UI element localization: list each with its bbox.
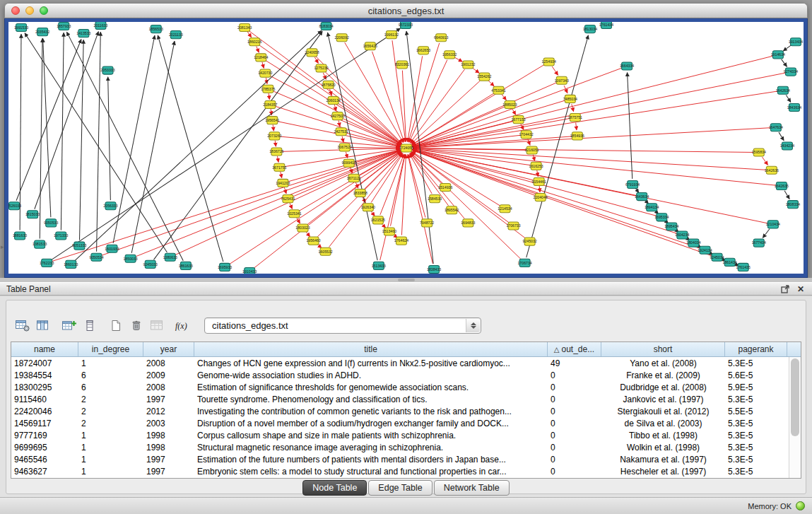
graph-node[interactable]: 2011633 — [94, 22, 108, 30]
graph-node[interactable]: 1695933 — [218, 263, 232, 271]
graph-node[interactable]: 1097343 — [555, 76, 569, 84]
graph-node[interactable]: 1860133 — [64, 260, 78, 268]
delete-table-icon[interactable] — [126, 316, 146, 335]
graph-node[interactable]: 6791934 — [625, 180, 640, 188]
tab-edge-table[interactable]: Edge Table — [368, 480, 432, 496]
table-cell[interactable]: 0 — [548, 407, 601, 416]
table-cell[interactable]: 0 — [548, 370, 601, 380]
graph-node[interactable]: 2206092 — [335, 34, 349, 42]
table-cell[interactable]: 0 — [548, 467, 601, 477]
graph-node[interactable]: 1914634 — [771, 51, 785, 59]
graph-node[interactable]: 1642634 — [776, 86, 790, 94]
graph-node[interactable]: 9050534 — [89, 253, 103, 261]
table-cell[interactable]: 5.9E-5 — [725, 382, 787, 392]
graph-node[interactable]: 2526033 — [8, 202, 21, 210]
graph-node[interactable]: 1210434 — [766, 221, 780, 228]
graph-node[interactable]: 9245033 — [143, 260, 158, 268]
new-table-icon[interactable] — [105, 316, 126, 335]
column-header-out-de-[interactable]: △out_de... — [548, 342, 601, 356]
table-cell[interactable]: 2 — [78, 407, 143, 416]
table-cell[interactable]: 2 — [78, 419, 143, 428]
graph-node[interactable]: 1857933 — [57, 23, 71, 30]
graph-node[interactable]: 6640913 — [434, 34, 448, 42]
table-row[interactable]: 2242004622012Investigating the contribut… — [11, 405, 789, 417]
graph-node[interactable]: 1836726 — [269, 148, 283, 156]
table-cell[interactable]: Embryonic stem cells: a model to study s… — [194, 467, 548, 477]
graph-node[interactable]: 2240658 — [305, 49, 319, 57]
table-cell[interactable]: 1 — [78, 431, 143, 440]
graph-node[interactable]: 9274334 — [784, 68, 798, 76]
row-options-icon[interactable] — [79, 316, 100, 335]
minimize-button[interactable] — [25, 6, 34, 15]
graph-node[interactable]: 1677153 — [511, 116, 525, 124]
table-row[interactable]: 977716911998Corpus callosum shape and si… — [11, 429, 789, 441]
table-options-icon[interactable] — [12, 316, 33, 335]
graph-node[interactable]: 9099410 — [342, 159, 356, 167]
graph-node[interactable]: 1381533 — [33, 240, 47, 248]
table-cell[interactable]: Corpus callosum shape and size in male p… — [194, 431, 548, 440]
graph-node[interactable]: 7625431 — [281, 195, 295, 203]
graph-node[interactable]: 1380633 — [163, 253, 177, 261]
graph-node[interactable]: 1025341 — [287, 210, 301, 218]
vertical-scrollbar[interactable] — [789, 357, 801, 478]
graph-node[interactable]: 1706734 — [517, 259, 531, 267]
graph-node[interactable]: 1843634 — [787, 103, 801, 111]
graph-node[interactable]: 1854936 — [570, 132, 584, 140]
table-cell[interactable]: 5.3E-5 — [725, 395, 787, 404]
table-cell[interactable]: 0 — [548, 395, 601, 404]
graph-node[interactable]: 1616253 — [529, 162, 543, 170]
table-cell[interactable]: 2008 — [143, 382, 194, 392]
graph-node[interactable]: 1642636 — [765, 166, 779, 174]
graph-node[interactable]: 1643634 — [635, 193, 649, 201]
table-cell[interactable]: Stergiakouli et al. (2012) — [601, 407, 725, 416]
graph-node[interactable]: 1724055 — [399, 144, 413, 152]
graph-node[interactable]: 1833858 — [353, 189, 367, 197]
graph-node[interactable]: 2184357 — [263, 100, 277, 108]
table-row[interactable]: 1830029562008Estimation of significance … — [11, 381, 789, 393]
table-cell[interactable]: Estimation of the future numbers of pati… — [194, 455, 548, 465]
table-cell[interactable]: 5.3E-5 — [725, 431, 787, 440]
table-cell[interactable]: de Silva et al. (2003) — [601, 419, 725, 428]
table-cell[interactable]: Tourette syndrome. Phenomenology and cla… — [194, 395, 548, 404]
table-cell[interactable]: 2009 — [143, 370, 194, 380]
table-cell[interactable]: 2012 — [143, 407, 194, 416]
graph-node[interactable]: 1604234 — [675, 231, 689, 239]
table-cell[interactable]: 0 — [548, 382, 601, 392]
column-header-year[interactable]: year — [143, 342, 194, 356]
table-cell[interactable]: 6 — [78, 382, 143, 392]
graph-node[interactable]: 1420730 — [258, 69, 272, 77]
table-cell[interactable]: 0 — [548, 443, 601, 452]
table-cell[interactable]: 18724007 — [11, 358, 78, 368]
graph-node[interactable]: 1785375 — [261, 85, 275, 93]
graph-node[interactable]: 1704432 — [519, 131, 533, 139]
graph-node[interactable]: 3067520 — [338, 144, 352, 151]
graph-node[interactable]: 2427531 — [334, 128, 348, 136]
graph-node[interactable]: 1901232 — [461, 61, 475, 69]
table-selector[interactable]: citations_edges.txt — [204, 317, 481, 334]
graph-node[interactable]: 1910433 — [242, 267, 257, 274]
graph-node[interactable]: 1513460 — [382, 228, 396, 235]
table-cell[interactable]: Disruption of a novel member of a sodium… — [194, 419, 548, 428]
tab-network-table[interactable]: Network Table — [434, 480, 510, 496]
zoom-button[interactable] — [40, 6, 48, 15]
graph-node[interactable]: 1885023 — [502, 100, 517, 108]
graph-node[interactable]: 1694833 — [461, 219, 475, 227]
scrollbar-thumb[interactable] — [791, 358, 799, 436]
table-cell[interactable]: 1 — [78, 443, 143, 452]
table-cell[interactable]: 14569117 — [11, 419, 78, 428]
network-window-titlebar[interactable]: citations_edges.txt — [4, 3, 808, 18]
graph-node[interactable]: 1214534 — [498, 205, 512, 213]
graph-node[interactable]: 8183034 — [319, 23, 333, 30]
graph-node[interactable]: 1956541 — [265, 117, 279, 124]
graph-node[interactable]: 1761435 — [736, 263, 751, 271]
graph-node[interactable]: 1803023 — [295, 224, 310, 232]
create-column-icon[interactable] — [59, 316, 79, 335]
graph-node[interactable]: 1647634 — [769, 124, 783, 132]
graph-node[interactable]: 1956332 — [442, 51, 457, 59]
graph-node[interactable]: 1427503 — [331, 112, 345, 120]
graph-node[interactable]: 3216051 — [524, 146, 539, 154]
table-cell[interactable]: 5.5E-5 — [725, 407, 787, 416]
collapse-arrow-icon[interactable]: ▸ — [1, 243, 4, 250]
graph-node[interactable]: 9154461 — [532, 177, 546, 185]
graph-node[interactable]: 1664334 — [620, 62, 634, 70]
